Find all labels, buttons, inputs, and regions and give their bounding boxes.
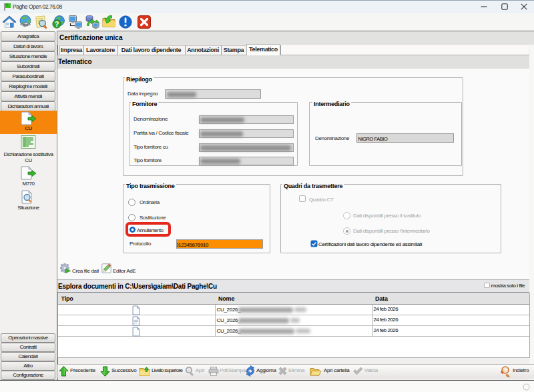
svg-text:?: ? [55, 20, 59, 28]
